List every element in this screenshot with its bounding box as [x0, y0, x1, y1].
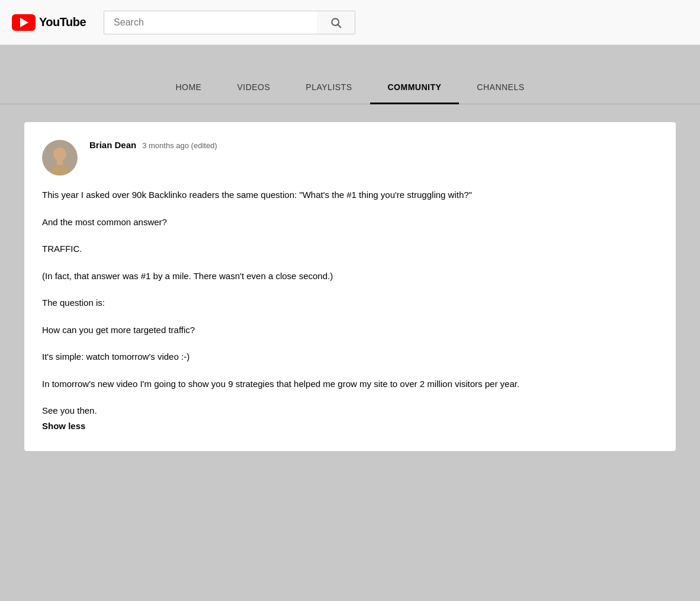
avatar-image	[42, 140, 78, 175]
post-meta: Brian Dean 3 months ago (edited)	[89, 140, 217, 152]
youtube-icon	[12, 14, 36, 31]
tab-channels[interactable]: CHANNELS	[459, 57, 542, 104]
post-card: Brian Dean 3 months ago (edited) This ye…	[24, 122, 676, 451]
post-line-7: It's simple: watch tomorrow's video :-)	[42, 349, 655, 365]
search-input[interactable]	[104, 11, 317, 34]
svg-point-3	[53, 148, 66, 161]
post-line-1: This year I asked over 90k Backlinko rea…	[42, 187, 655, 203]
post-line-4: (In fact, that answer was #1 by a mile. …	[42, 268, 655, 284]
youtube-wordmark: YouTube	[39, 15, 86, 29]
site-header: YouTube	[0, 0, 700, 45]
tab-playlists[interactable]: PLAYLISTS	[288, 57, 370, 104]
channel-nav: HOME VIDEOS PLAYLISTS COMMUNITY CHANNELS	[0, 57, 700, 104]
search-icon	[330, 17, 342, 28]
post-body: This year I asked over 90k Backlinko rea…	[42, 187, 655, 433]
post-line-5: The question is:	[42, 295, 655, 311]
play-triangle-icon	[20, 18, 28, 27]
tab-community[interactable]: COMMUNITY	[370, 57, 460, 104]
post-line-8: In tomorrow's new video I'm going to sho…	[42, 376, 655, 392]
post-line-2: And the most common answer?	[42, 215, 655, 230]
svg-rect-5	[57, 160, 63, 165]
main-content: Brian Dean 3 months ago (edited) This ye…	[0, 104, 700, 469]
post-line-6: How can you get more targeted traffic?	[42, 322, 655, 338]
show-less-button[interactable]: Show less	[42, 421, 85, 431]
post-line-9: See you then. Show less	[42, 403, 655, 433]
tab-videos[interactable]: VIDEOS	[219, 57, 288, 104]
post-header: Brian Dean 3 months ago (edited)	[42, 140, 655, 175]
youtube-logo[interactable]: YouTube	[12, 14, 86, 31]
author-name: Brian Dean	[89, 140, 136, 150]
avatar	[42, 140, 78, 175]
channel-header-area	[0, 45, 700, 57]
post-timestamp: 3 months ago (edited)	[142, 141, 217, 150]
post-line-3: TRAFFIC.	[42, 241, 655, 257]
search-button[interactable]	[317, 11, 355, 34]
svg-line-1	[338, 24, 341, 27]
search-bar	[104, 11, 355, 34]
tab-home[interactable]: HOME	[158, 57, 219, 104]
post-author-line: Brian Dean 3 months ago (edited)	[89, 140, 217, 150]
